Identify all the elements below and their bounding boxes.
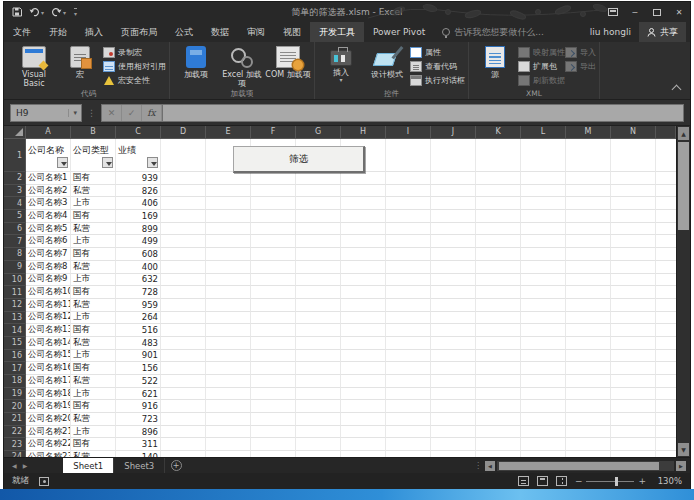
cell-N20[interactable]: [611, 400, 656, 413]
row-header-16[interactable]: 16: [4, 350, 26, 363]
cell-N10[interactable]: [611, 274, 656, 287]
cell-I16[interactable]: [386, 350, 431, 363]
cell-M24[interactable]: [566, 451, 611, 457]
cell-E2[interactable]: [206, 172, 251, 185]
cell-K7[interactable]: [476, 235, 521, 248]
cell-M14[interactable]: [566, 324, 611, 337]
cell-H9[interactable]: [341, 261, 386, 274]
cell-B19[interactable]: 上市: [71, 388, 116, 401]
column-header-B[interactable]: B: [71, 126, 116, 139]
vertical-scroll-track[interactable]: [677, 230, 690, 443]
cell-K21[interactable]: [476, 413, 521, 426]
scroll-left-icon[interactable]: ◀: [485, 461, 495, 471]
cell-F6[interactable]: [251, 223, 296, 236]
cell-M10[interactable]: [566, 274, 611, 287]
cell-E20[interactable]: [206, 400, 251, 413]
cell-L17[interactable]: [521, 362, 566, 375]
cell-K13[interactable]: [476, 312, 521, 325]
column-header-partial[interactable]: [656, 126, 676, 139]
cell-N11[interactable]: [611, 286, 656, 299]
cell-G5[interactable]: [296, 210, 341, 223]
cell-N13[interactable]: [611, 312, 656, 325]
tab-开始[interactable]: 开始: [40, 22, 76, 42]
cell-M8[interactable]: [566, 248, 611, 261]
cell-G14[interactable]: [296, 324, 341, 337]
ribbon-button-record-macro[interactable]: 录制宏: [103, 46, 166, 58]
cell-J5[interactable]: [431, 210, 476, 223]
cell-E8[interactable]: [206, 248, 251, 261]
cell-partial-5[interactable]: [656, 210, 676, 223]
cell-C5[interactable]: 169: [116, 210, 161, 223]
cell-L23[interactable]: [521, 438, 566, 451]
filter-dropdown-icon[interactable]: [102, 157, 113, 168]
cell-K22[interactable]: [476, 426, 521, 439]
cell-A22[interactable]: 公司名称21: [26, 426, 71, 439]
cell-L22[interactable]: [521, 426, 566, 439]
formula-input[interactable]: [162, 104, 684, 122]
new-sheet-button[interactable]: +: [165, 458, 187, 473]
cell-K23[interactable]: [476, 438, 521, 451]
column-header-E[interactable]: E: [206, 126, 251, 139]
cell-G3[interactable]: [296, 185, 341, 198]
cell-M6[interactable]: [566, 223, 611, 236]
cell-K12[interactable]: [476, 299, 521, 312]
cell-F14[interactable]: [251, 324, 296, 337]
cell-partial-18[interactable]: [656, 375, 676, 388]
next-sheet-icon[interactable]: ▶: [23, 462, 28, 469]
cell-partial-15[interactable]: [656, 337, 676, 350]
cell-H17[interactable]: [341, 362, 386, 375]
cell-E13[interactable]: [206, 312, 251, 325]
cell-J19[interactable]: [431, 388, 476, 401]
cell-G19[interactable]: [296, 388, 341, 401]
cell-D23[interactable]: [161, 438, 206, 451]
cell-E4[interactable]: [206, 197, 251, 210]
cell-J14[interactable]: [431, 324, 476, 337]
cell-N18[interactable]: [611, 375, 656, 388]
cell-K4[interactable]: [476, 197, 521, 210]
cell-F16[interactable]: [251, 350, 296, 363]
cell-I24[interactable]: [386, 451, 431, 457]
cell-A10[interactable]: 公司名称9: [26, 274, 71, 287]
cell-N7[interactable]: [611, 235, 656, 248]
cell-D20[interactable]: [161, 400, 206, 413]
tab-Power Pivot[interactable]: Power Pivot: [364, 22, 434, 42]
row-header-7[interactable]: 7: [4, 235, 26, 248]
cell-C2[interactable]: 939: [116, 172, 161, 185]
cell-partial-19[interactable]: [656, 388, 676, 401]
tell-me-box[interactable]: 告诉我您想要做什么...: [434, 22, 552, 42]
cell-G22[interactable]: [296, 426, 341, 439]
tab-开发工具[interactable]: 开发工具: [310, 22, 364, 42]
cell-L18[interactable]: [521, 375, 566, 388]
cell-A13[interactable]: 公司名称12: [26, 312, 71, 325]
cell-L15[interactable]: [521, 337, 566, 350]
cell-N14[interactable]: [611, 324, 656, 337]
cell-A1[interactable]: 公司名称: [26, 139, 71, 172]
cell-I11[interactable]: [386, 286, 431, 299]
cell-B24[interactable]: 私营: [71, 451, 116, 457]
cell-J7[interactable]: [431, 235, 476, 248]
cell-D14[interactable]: [161, 324, 206, 337]
cell-L9[interactable]: [521, 261, 566, 274]
cell-K17[interactable]: [476, 362, 521, 375]
cell-partial-21[interactable]: [656, 413, 676, 426]
zoom-in-icon[interactable]: +: [638, 477, 646, 486]
zoom-thumb[interactable]: [615, 477, 618, 486]
cell-G23[interactable]: [296, 438, 341, 451]
cell-D10[interactable]: [161, 274, 206, 287]
ribbon-button-refresh-data[interactable]: 刷新数据: [518, 74, 565, 86]
row-header-3[interactable]: 3: [4, 185, 26, 198]
cell-F15[interactable]: [251, 337, 296, 350]
column-header-F[interactable]: F: [251, 126, 296, 139]
cell-M13[interactable]: [566, 312, 611, 325]
cell-F20[interactable]: [251, 400, 296, 413]
cell-partial-8[interactable]: [656, 248, 676, 261]
cell-F12[interactable]: [251, 299, 296, 312]
ribbon-button-visual-basic[interactable]: Visual Basic: [11, 44, 57, 88]
cell-K15[interactable]: [476, 337, 521, 350]
cell-M16[interactable]: [566, 350, 611, 363]
cell-H19[interactable]: [341, 388, 386, 401]
cell-J21[interactable]: [431, 413, 476, 426]
cell-J4[interactable]: [431, 197, 476, 210]
cell-M15[interactable]: [566, 337, 611, 350]
confirm-entry-icon[interactable]: ✓: [122, 105, 142, 121]
